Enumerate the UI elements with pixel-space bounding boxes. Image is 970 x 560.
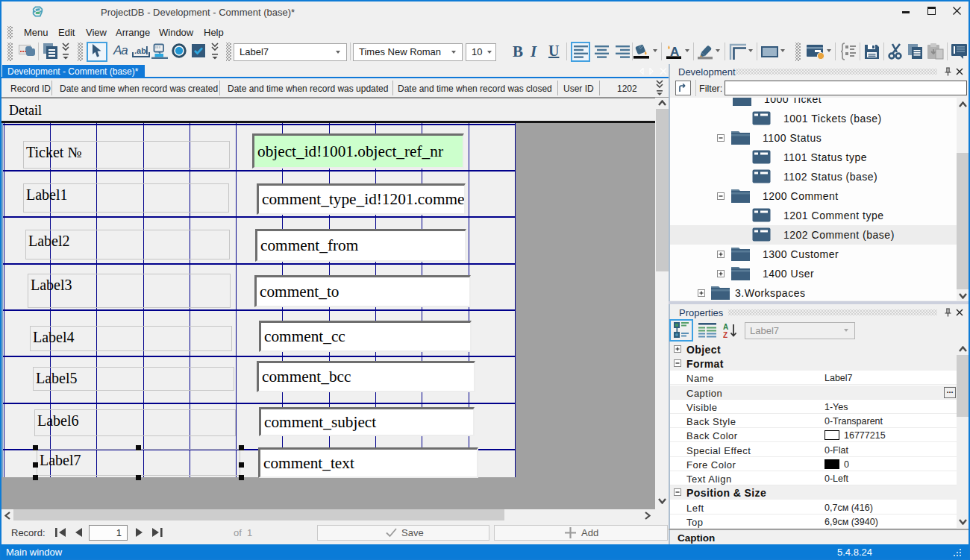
svg-text:.ab: .ab: [134, 46, 146, 55]
svg-text:Z: Z: [723, 331, 728, 339]
svg-text:A: A: [723, 323, 728, 331]
